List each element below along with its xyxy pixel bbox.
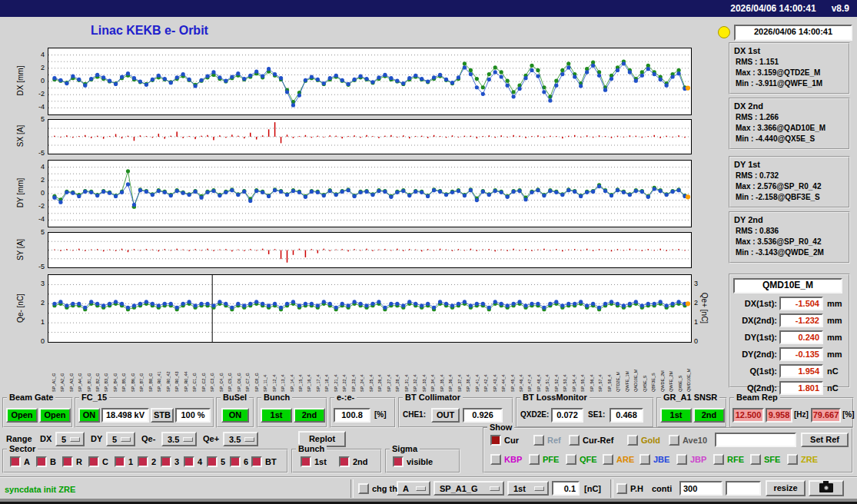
show-checkbox-label: Cur <box>504 436 519 445</box>
sector-quick-select[interactable]: A <box>397 481 430 496</box>
show-checkbox-label: Cur-Ref <box>583 436 613 445</box>
bpm-label: SP_A4_G <box>78 373 82 392</box>
y-tick-label: 5 <box>29 115 45 123</box>
bpm-label: QBF3E_S <box>651 373 656 392</box>
range-qep-select[interactable]: 3.5 <box>223 432 258 446</box>
set-ref-button[interactable]: Set Ref <box>801 433 849 447</box>
sector-checkbox-label: 4 <box>198 457 202 466</box>
sector-checkbox-2[interactable]: 2 <box>138 456 156 467</box>
bunch-checkbox-2nd[interactable]: 2nd <box>339 456 368 467</box>
y-tick-label: -5 <box>29 149 45 157</box>
qmd-row-label: DX(2nd): <box>732 316 777 325</box>
fc15-on-button[interactable]: ON <box>78 408 100 423</box>
ee-ratio-title: e-:e- <box>334 393 357 402</box>
bunch-checkbox-label: 1st <box>314 457 327 466</box>
sector-checkbox-label: 2 <box>151 457 156 466</box>
gr-snsr-1st-button[interactable]: 1st <box>660 408 692 423</box>
bunch-checkbox-1st[interactable]: 1st <box>301 456 327 467</box>
sector-checkbox-bt[interactable]: BT <box>251 456 277 467</box>
show-checkbox-cur[interactable]: Cur <box>490 435 519 446</box>
camera-button[interactable] <box>809 480 844 496</box>
bt-lossmonitor-title: BT LossMonitor <box>520 393 590 402</box>
stats-line: Max : 3.159@QTD2E_M <box>736 68 849 77</box>
show-checkbox-rfe[interactable]: RFE <box>713 454 744 465</box>
range-dy-select[interactable]: 5 <box>106 432 135 446</box>
checkbox-indicator <box>490 435 501 446</box>
checkbox-indicator <box>36 456 47 467</box>
sigma-checkbox-visible[interactable]: visible <box>393 456 433 467</box>
checkbox-indicator <box>750 454 761 465</box>
current-timestamp: 2026/04/06 14:00:41 <box>734 25 852 41</box>
sector-checkbox-b[interactable]: B <box>36 456 56 467</box>
bunch-1st-button[interactable]: 1st <box>261 408 292 423</box>
y-tick-label-right: 0 <box>694 337 706 345</box>
show-checkbox-kbp[interactable]: KBP <box>490 454 522 465</box>
sector-checkbox-3[interactable]: 3 <box>161 456 179 467</box>
stats-box-title: DY 2nd <box>734 215 849 224</box>
show-checkbox-ref[interactable]: Ref <box>533 435 561 446</box>
beam-gate-open2-button[interactable]: Open <box>39 408 71 423</box>
sector-checkbox-4[interactable]: 4 <box>184 456 202 467</box>
bpm-label: SP_23_4 <box>351 374 356 392</box>
gr-snsr-2nd-button[interactable]: 2nd <box>693 408 725 423</box>
sector-checkbox-5[interactable]: 5 <box>207 456 225 467</box>
fc15-stb-button[interactable]: STB <box>151 408 174 423</box>
checkbox-indicator <box>161 456 171 467</box>
threshold-input[interactable] <box>552 481 580 496</box>
show-checkbox-jbp[interactable]: JBP <box>676 454 706 465</box>
show-checkbox-label: SFE <box>764 455 780 464</box>
sector-checkbox-c[interactable]: C <box>88 456 108 467</box>
stats-box-dy-1st: DY 1stRMS : 0.732Max : 2.576@SP_R0_42Min… <box>729 156 850 208</box>
bpm-select[interactable]: SP_A1_G <box>433 481 504 496</box>
option-checkbox-ph[interactable]: P.H <box>616 483 643 494</box>
busel-on-button[interactable]: ON <box>221 408 249 423</box>
qmd-row-label: Q(1st): <box>732 366 777 376</box>
show-checkbox-gold[interactable]: Gold <box>627 435 660 446</box>
resize-button[interactable]: resize <box>766 480 806 496</box>
y-axis-label: SY [A] <box>16 238 25 260</box>
range-qem-select[interactable]: 3.5 <box>161 432 197 446</box>
sector-checkbox-1[interactable]: 1 <box>115 456 133 467</box>
aux-input[interactable] <box>726 481 761 496</box>
sector-checkbox-6[interactable]: 6 <box>230 456 248 467</box>
checkbox-indicator <box>339 456 350 467</box>
bunch-select-value: 1st <box>513 484 526 493</box>
sector-checkbox-a[interactable]: A <box>10 456 30 467</box>
range-qep-value: 3.5 <box>229 435 241 444</box>
range-dx-select[interactable]: 5 <box>55 432 85 446</box>
option-checkbox-chgth[interactable]: chg th <box>358 483 397 494</box>
interval-input[interactable] <box>679 481 722 496</box>
qmd-monitor-row: DY(2nd):-0.135mm <box>732 347 846 361</box>
sector-checkbox-r[interactable]: R <box>62 456 82 467</box>
option-checkbox-label: P.H <box>630 484 643 493</box>
beam-gate-open1-button[interactable]: Open <box>6 408 38 423</box>
qmd-row-label: DY(2nd): <box>732 350 777 359</box>
show-checkbox-zre[interactable]: ZRE <box>787 454 818 465</box>
option-menu-indicator <box>121 437 131 442</box>
show-checkbox-jbe[interactable]: JBE <box>639 454 669 465</box>
se1-label: SE1: <box>588 410 605 419</box>
show-checkbox-sfe[interactable]: SFE <box>750 454 780 465</box>
option-menu-indicator <box>244 437 254 442</box>
show-checkbox-label: Ave10 <box>683 436 707 445</box>
beam-rep-group: Beam Rep 12.500 9.958 [Hz] 79.667 [%] <box>729 397 854 428</box>
checkbox-indicator <box>713 454 724 465</box>
y-tick-label: 5 <box>29 228 45 236</box>
set-ref-input[interactable] <box>715 433 796 447</box>
bpm-label: SP_A2_G <box>60 373 65 392</box>
checkbox-indicator <box>533 435 544 446</box>
bunch-2nd-button[interactable]: 2nd <box>294 408 325 423</box>
checkbox-indicator <box>529 454 540 465</box>
sector-checkbox-label: A <box>24 457 30 466</box>
show-checkbox-ave10[interactable]: Ave10 <box>669 435 707 446</box>
show-checkbox-are[interactable]: ARE <box>603 454 634 465</box>
qmd-row-unit: mm <box>827 350 842 359</box>
checkbox-indicator <box>230 456 241 467</box>
show-checkbox-pfe[interactable]: PFE <box>529 454 559 465</box>
che1-out-button[interactable]: OUT <box>431 408 460 423</box>
bunch-select[interactable]: 1st <box>507 481 549 496</box>
bpm-label: SP_C3_G <box>210 373 214 392</box>
bpm-label: SP_42_4 <box>483 374 488 392</box>
show-checkbox-qfe[interactable]: QFE <box>566 454 597 465</box>
show-checkbox-curref[interactable]: Cur-Ref <box>569 435 613 446</box>
